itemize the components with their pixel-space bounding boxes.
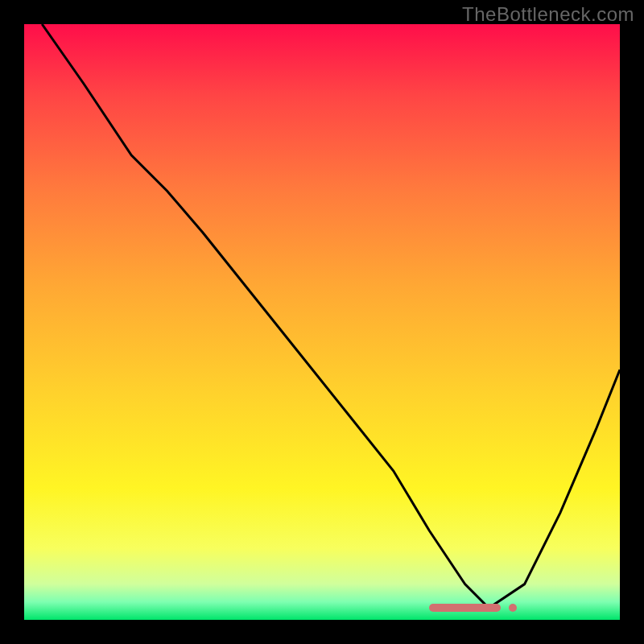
chart-background-gradient [24,24,620,620]
attribution-text: TheBottleneck.com [462,3,634,26]
optimal-range-marker [429,604,501,612]
